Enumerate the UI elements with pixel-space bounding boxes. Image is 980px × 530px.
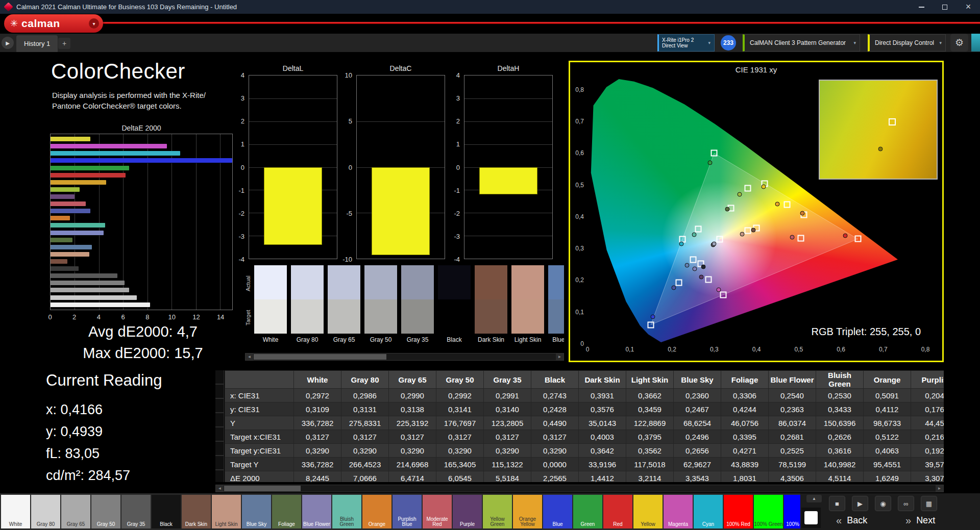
- titlebar: Calman 2021 Calman Ultimate for Business…: [0, 0, 980, 14]
- palette-tile-yellow-green[interactable]: Yellow Green: [483, 495, 512, 528]
- deltae-bar-dark-skin: [51, 259, 67, 264]
- display-control-dropdown[interactable]: Direct Display Control ▾: [868, 34, 946, 52]
- play-icon-button[interactable]: ▶: [852, 496, 868, 511]
- table-cell: 0,3290: [389, 444, 436, 458]
- deltae-bar-cyan: [51, 151, 180, 156]
- palette-tile-100-green[interactable]: 100% Green: [754, 495, 783, 528]
- history-expander-button[interactable]: ▶: [2, 37, 14, 49]
- loop-icon-button[interactable]: ∞: [898, 496, 914, 511]
- palette-tile-magenta[interactable]: Magenta: [664, 495, 693, 528]
- palette-tile-purplish-blue[interactable]: Purplish Blue: [393, 495, 422, 528]
- deltae-bar-white: [51, 302, 150, 307]
- palette-tile-orange[interactable]: Orange: [362, 495, 391, 528]
- swatch-actual: [328, 265, 360, 299]
- palette-tile-yellow[interactable]: Yellow: [633, 495, 663, 528]
- palette-tile-label: Blue: [552, 522, 562, 528]
- palette-tile-dark-skin[interactable]: Dark Skin: [182, 495, 211, 528]
- palette-tile-blue-flower[interactable]: Blue Flower: [302, 495, 331, 528]
- table-cell: 0,4271: [721, 444, 769, 458]
- table-cell: 0,3138: [389, 402, 436, 416]
- table-row-label: Y: [225, 416, 294, 430]
- stop-icon-button[interactable]: ■: [829, 496, 845, 511]
- palette-tile-gray-65[interactable]: Gray 65: [61, 495, 90, 528]
- scroll-right-button[interactable]: ►: [936, 485, 943, 492]
- palette-tile-100-red[interactable]: 100% Red: [724, 495, 753, 528]
- chevron-down-icon: ▾: [89, 18, 99, 29]
- scroll-left-button[interactable]: ◄: [246, 354, 253, 360]
- palette-tile-blue-sky[interactable]: Blue Sky: [242, 495, 271, 528]
- meter-count-badge[interactable]: 233: [721, 35, 736, 51]
- deltae-bar-purplish-blue: [51, 209, 90, 213]
- deltae-bar-foliage: [51, 238, 72, 242]
- scrollbar-thumb[interactable]: [254, 354, 386, 360]
- palette-tile-gray-80[interactable]: Gray 80: [31, 495, 60, 528]
- table-cell: 0,3127: [531, 430, 579, 444]
- swatch-black: Black: [438, 265, 471, 343]
- table-cell: 336,7282: [294, 416, 341, 430]
- palette-tile-bluish-green[interactable]: Bluish Green: [332, 495, 361, 528]
- palette-tile-label: Yellow Green: [483, 517, 512, 528]
- scrollbar-thumb[interactable]: [224, 486, 301, 491]
- deltah-gridline: [464, 98, 552, 99]
- minimize-button[interactable]: [910, 0, 933, 14]
- swatch-target: [328, 299, 360, 334]
- palette-tile-purple[interactable]: Purple: [453, 495, 482, 528]
- settings-gear-button[interactable]: ⚙: [950, 34, 968, 52]
- back-button[interactable]: « Back: [836, 513, 900, 528]
- deltac-ytick-label: 10: [345, 71, 352, 79]
- palette-tile-light-skin[interactable]: Light Skin: [212, 495, 241, 528]
- grid-icon-button[interactable]: ▦: [921, 496, 937, 511]
- palette-tile-label: White: [9, 522, 22, 528]
- palette-tile-red[interactable]: Red: [603, 495, 632, 528]
- table-column-header: Bluish Green: [816, 371, 864, 389]
- palette-tile-green[interactable]: Green: [573, 495, 602, 528]
- swatch-target: [511, 299, 544, 334]
- deltah-ytick-label: -1: [454, 186, 460, 194]
- deltae-xaxis: 02468101214: [50, 313, 233, 321]
- next-button[interactable]: » Next: [905, 513, 969, 528]
- palette-tile-label: Light Skin: [215, 522, 238, 528]
- restore-button[interactable]: [933, 0, 957, 14]
- palette-tile-cyan[interactable]: Cyan: [694, 495, 723, 528]
- palette-tile-moderate-red[interactable]: Moderate Red: [423, 495, 452, 528]
- table-cell: 0,2360: [674, 389, 721, 402]
- table-cell: 266,4523: [341, 458, 389, 471]
- palette-tile-white[interactable]: White: [1, 495, 30, 528]
- cie-measured-point: [790, 235, 795, 239]
- scroll-left-button[interactable]: ◄: [216, 485, 224, 492]
- palette-tile-gray-50[interactable]: Gray 50: [91, 495, 120, 528]
- swatch-scrollbar[interactable]: ◄ ►: [245, 353, 564, 361]
- deltah-gridline: [464, 213, 552, 213]
- swatch-label: White: [254, 336, 287, 343]
- palette-tile-orange-yellow[interactable]: Orange Yellow: [513, 495, 542, 528]
- pattern-window-button[interactable]: [801, 508, 821, 528]
- meter-dropdown[interactable]: X-Rite i1Pro 2 Direct View ▾: [657, 34, 715, 52]
- table-cell: 176,7697: [436, 416, 484, 430]
- panel-expand-button[interactable]: ▲: [806, 495, 822, 502]
- cie-yaxis: 00,10,20,30,40,50,60,70,8: [571, 79, 585, 344]
- pattern-generator-dropdown[interactable]: CalMAN Client 3 Pattern Generator ▾: [743, 34, 860, 52]
- scroll-right-button[interactable]: ►: [556, 354, 564, 360]
- record-icon-button[interactable]: ◉: [875, 496, 891, 511]
- add-tab-button[interactable]: +: [58, 38, 70, 49]
- palette-tile-gray-35[interactable]: Gray 35: [121, 495, 151, 528]
- deltah-ytick-label: 4: [456, 71, 460, 79]
- table-cell: 0,2656: [674, 444, 721, 458]
- cie-zoom-inset: [819, 80, 938, 180]
- cie-xtick-label: 0,6: [837, 346, 845, 353]
- palette-tile-black[interactable]: Black: [152, 495, 181, 528]
- deltae-bar-orange-yellow: [51, 180, 106, 185]
- table-scrollbar[interactable]: ◄ ►: [215, 485, 944, 492]
- palette-tile-foliage[interactable]: Foliage: [272, 495, 301, 528]
- deltah-ytick-label: 3: [456, 94, 460, 102]
- close-button[interactable]: ×: [957, 0, 980, 14]
- table-cell: 68,6254: [674, 416, 721, 430]
- calman-menu-button[interactable]: ✳ calman ▾: [4, 14, 103, 33]
- deltal-ytick-label: 1: [241, 140, 244, 148]
- tab-history-1[interactable]: History 1: [16, 35, 58, 52]
- table-row-label: Target y:CIE31: [225, 444, 294, 458]
- cie-measured-point: [761, 185, 766, 189]
- palette-tile-blue[interactable]: Blue: [543, 495, 572, 528]
- table-cell: 0,3127: [341, 430, 389, 444]
- palette-tile-label: Gray 65: [67, 522, 85, 528]
